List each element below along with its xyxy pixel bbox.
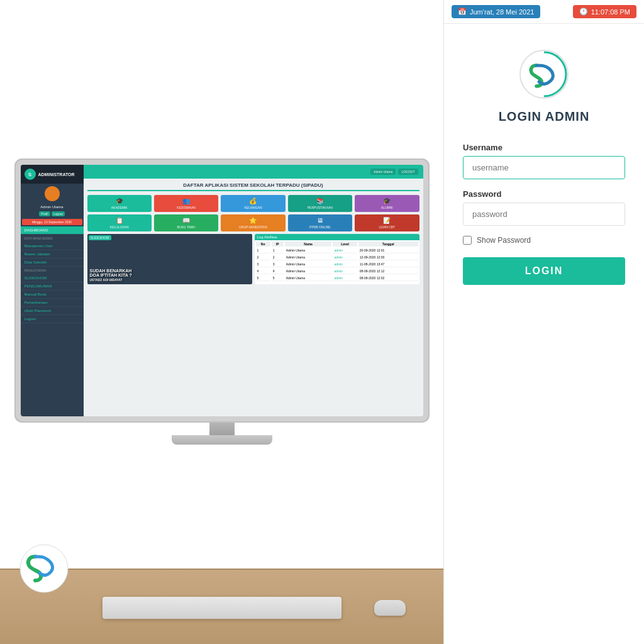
kesiswaan-icon: 👥 — [157, 197, 216, 204]
topbar-user[interactable]: Admin Utama — [370, 169, 396, 175]
akademik-label: AKADEMIK — [90, 206, 149, 209]
nav-sekolah[interactable]: Data Sekolah — [21, 258, 84, 267]
nav-slideshow[interactable]: SLIDESHOW — [21, 274, 84, 282]
log-col-level: Level — [333, 242, 357, 247]
log-table: No IP Nama Level Tanggal — [255, 240, 419, 282]
topbar-logout[interactable]: LOGOUT — [398, 169, 418, 175]
svg-point-0 — [20, 545, 68, 592]
nav-pengumuman[interactable]: PENGUMUMAN — [21, 282, 84, 291]
password-group: Password — [463, 189, 625, 226]
nav-jabatan[interactable]: Master Jabatan — [21, 250, 84, 258]
kesiswaan-label: KESISWAAN — [157, 206, 216, 209]
login-button[interactable]: LOGIN — [463, 257, 625, 285]
perpustakaan-label: PERPUSTAKAAN — [291, 206, 350, 209]
profile-btn[interactable]: Profil — [39, 211, 50, 216]
card-kelulusan[interactable]: 📋 KELULUSAN — [87, 214, 152, 231]
date-badge: 📅 Jum'rat, 28 Mei 2021 — [452, 5, 540, 18]
nav-password[interactable]: Ubah Password — [21, 307, 84, 315]
slideshow-section: SLIDESHOW SUDAH BENARKAHDOA IFTITAH KITA… — [87, 234, 252, 284]
nav-manajemen[interactable]: Manajemen User — [21, 242, 84, 250]
dashboard-main: Admin Utama LOGOUT DAFTAR APLIKASI SISTE… — [84, 165, 423, 416]
keuangan-label: KEUANGAN — [223, 206, 282, 209]
log-col-nama: Nama — [285, 242, 332, 247]
card-perpustakaan[interactable]: 📚 PERPUSTAKAAN — [288, 195, 352, 212]
time-badge: 🕐 11:07:08 PM — [573, 5, 636, 18]
svg-point-1 — [520, 50, 568, 98]
card-bukutamu[interactable]: 📖 BUKU TAMU — [154, 214, 218, 231]
nav-manual[interactable]: Manual Book — [21, 291, 84, 299]
logout-btn-small[interactable]: Logout — [52, 211, 65, 216]
bottom-section: SLIDESHOW SUDAH BENARKAHDOA IFTITAH KITA… — [87, 234, 419, 284]
nav-dashboard[interactable]: DASHBOARD — [21, 226, 84, 235]
admin-name: Admin Utama — [21, 204, 84, 210]
login-top-bar: 📅 Jum'rat, 28 Mei 2021 🕐 11:07:08 PM — [444, 0, 644, 24]
clock-icon: 🕐 — [579, 8, 588, 16]
akreditasi-icon: ⭐ — [223, 217, 282, 224]
log-row: 11Admin Utamaadmin20-09-2020 12:01 — [256, 248, 418, 253]
admin-avatar — [45, 186, 60, 201]
card-keuangan[interactable]: 💰 KEUANGAN — [221, 195, 285, 212]
akademik-icon: 🎓 — [90, 197, 149, 204]
main-content: DAFTAR APLIKASI SISTEM SEKOLAH TERPADU (… — [84, 179, 423, 288]
ppdb-icon: 🖥 — [291, 217, 350, 224]
log-col-tanggal: Tanggal — [358, 242, 418, 247]
date-bar: Minggu, 13 September 2020 — [22, 219, 82, 225]
password-input[interactable] — [463, 203, 625, 226]
show-password-row: Show Password — [463, 236, 625, 245]
card-ujian[interactable]: 📝 UJIAN CBT — [355, 214, 419, 231]
log-row: 44Admin Utamaadmin08-09-2020 12:12 — [256, 269, 418, 274]
mouse — [374, 600, 406, 616]
bukutamu-label: BUKU TAMU — [157, 225, 216, 229]
keuangan-icon: 💰 — [223, 197, 282, 204]
bukutamu-icon: 📖 — [157, 217, 216, 224]
akreditasi-label: GRUP AKREDITASI — [223, 225, 282, 229]
monitor-stand-base — [172, 435, 272, 445]
nav-section-data: DATA MANAJEMEN — [21, 235, 84, 242]
alumni-label: ALUMNI — [357, 206, 416, 209]
nav-pemeliharaan[interactable]: Pemeliharaan — [21, 299, 84, 307]
date-text: Jum'rat, 28 Mei 2021 — [470, 8, 534, 16]
log-row: 55Admin Utamaadmin08-09-2020 12:02 — [256, 275, 418, 281]
username-group: Username — [463, 143, 625, 179]
username-label: Username — [463, 143, 625, 152]
monitor-container: S ADMINISTRATOR Admin Utama Profil Logou… — [14, 165, 430, 492]
card-kesiswaan[interactable]: 👥 KESISWAAN — [154, 195, 218, 212]
sidebar-logo: S — [25, 169, 36, 180]
kelulusan-label: KELULUSAN — [90, 225, 149, 229]
bottom-logo — [19, 543, 69, 594]
card-alumni[interactable]: 🎓 ALUMNI — [355, 195, 419, 212]
log-row: 33Admin Utamaadmin11-08-2020 13:47 — [256, 262, 418, 267]
topbar: Admin Utama LOGOUT — [84, 165, 423, 179]
sidebar-header: S ADMINISTRATOR — [21, 165, 84, 184]
ppdb-label: PPDB ONLINE — [291, 225, 350, 229]
perpustakaan-icon: 📚 — [291, 197, 350, 204]
alumni-icon: 🎓 — [357, 197, 416, 204]
log-col-no: No — [256, 242, 270, 247]
login-title: LOGIN ADMIN — [499, 109, 590, 124]
log-header: Log Aktifitas — [255, 234, 419, 240]
login-content: LOGIN ADMIN Username Password Show Passw… — [444, 24, 644, 644]
card-akreditasi[interactable]: ⭐ GRUP AKREDITASI — [221, 214, 285, 231]
sidebar-btn-group: Profil Logout — [21, 210, 84, 218]
keyboard — [103, 597, 341, 619]
kelulusan-icon: 📋 — [90, 217, 149, 224]
sipadu-logo — [519, 49, 569, 99]
nav-section-pengaturan: PENGATURAN — [21, 267, 84, 274]
slideshow-text: SUDAH BENARKAHDOA IFTITAH KITA ?USTADZ A… — [90, 269, 132, 282]
username-input[interactable] — [463, 156, 625, 179]
content-title: DAFTAR APLIKASI SISTEM SEKOLAH TERPADU (… — [87, 182, 419, 191]
nav-logout[interactable]: Logout — [21, 315, 84, 323]
log-row: 22Admin Utamaadmin12-09-2020 12:00 — [256, 255, 418, 260]
time-text: 11:07:08 PM — [591, 8, 630, 16]
right-panel: 📅 Jum'rat, 28 Mei 2021 🕐 11:07:08 PM LOG… — [443, 0, 644, 644]
card-akademik[interactable]: 🎓 AKADEMIK — [87, 195, 152, 212]
monitor-stand-neck — [209, 416, 235, 435]
dashboard-sidebar: S ADMINISTRATOR Admin Utama Profil Logou… — [21, 165, 84, 416]
calendar-icon: 📅 — [458, 8, 467, 16]
card-ppdb[interactable]: 🖥 PPDB ONLINE — [288, 214, 352, 231]
ujian-icon: 📝 — [357, 217, 416, 224]
monitor-screen: S ADMINISTRATOR Admin Utama Profil Logou… — [21, 165, 423, 416]
logo-svg — [519, 49, 569, 99]
sipadu-logo-large — [19, 544, 69, 593]
show-password-checkbox[interactable] — [463, 236, 472, 245]
